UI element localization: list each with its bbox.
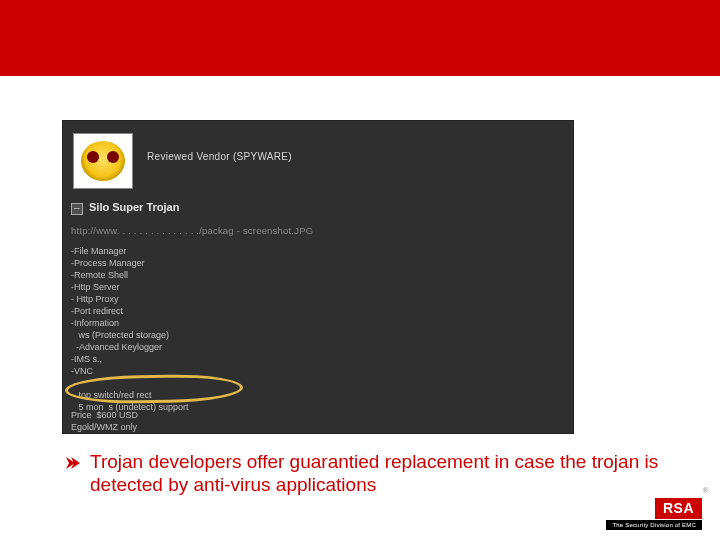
arrow-bullet-icon bbox=[66, 455, 80, 473]
product-title: Silo Super Trojan bbox=[89, 201, 179, 213]
rsa-logo: RSA bbox=[655, 498, 702, 519]
slide-title: Crimeware Ecosystem – Organized Crime bbox=[34, 10, 454, 36]
bullet-area: Trojan developers offer guarantied repla… bbox=[66, 450, 680, 496]
emoji-devil-icon bbox=[81, 141, 125, 181]
logo-area: RSA The Security Division of EMC bbox=[606, 498, 702, 530]
collapse-icon bbox=[71, 203, 83, 215]
slide: Crimeware Ecosystem – Organized Crime Re… bbox=[0, 0, 720, 540]
screenshot-url: http://www. . . . . . . . . . . . . . ./… bbox=[71, 225, 313, 236]
price-block: Price $600 USD Egold/WMZ only Escrow Acc… bbox=[71, 409, 209, 434]
bullet-text: Trojan developers offer guarantied repla… bbox=[90, 450, 680, 496]
rsa-tagline: The Security Division of EMC bbox=[606, 520, 702, 530]
forum-screenshot: Reviewed Vendor (SPYWARE) Silo Super Tro… bbox=[62, 120, 574, 434]
bullet-row: Trojan developers offer guarantied repla… bbox=[66, 450, 680, 496]
avatar bbox=[73, 133, 133, 189]
trademark-symbol: ® bbox=[703, 487, 708, 494]
vendor-label: Reviewed Vendor (SPYWARE) bbox=[147, 151, 292, 162]
